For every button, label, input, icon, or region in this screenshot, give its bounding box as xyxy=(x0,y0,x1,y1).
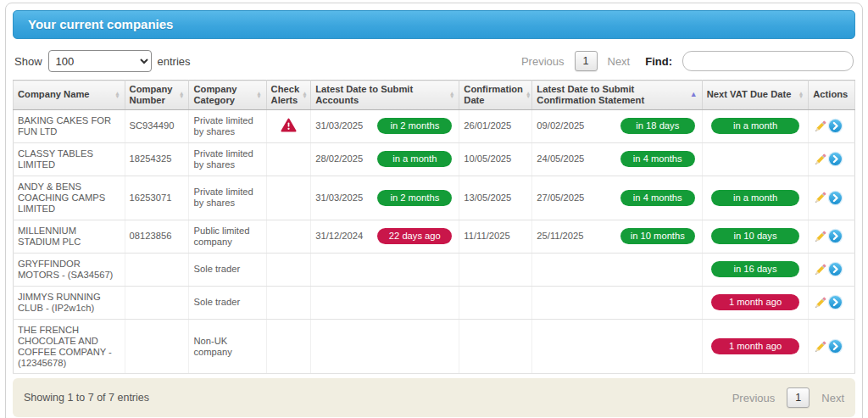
next-vat-due-cell: 1 month ago xyxy=(702,319,809,374)
next-page-link[interactable]: Next xyxy=(821,392,844,404)
confirmation-statement-cell: 09/02/2025in 18 days xyxy=(532,109,702,142)
next-vat-due-cell: in 16 days xyxy=(702,253,809,286)
open-button[interactable] xyxy=(827,190,843,206)
column-header-latest-accounts[interactable]: Latest Date to Submit Accounts▲▼ xyxy=(311,81,459,110)
pencil-icon xyxy=(813,339,828,354)
status-badge: in a month xyxy=(711,118,799,134)
edit-button[interactable] xyxy=(813,229,828,244)
open-button[interactable] xyxy=(827,294,843,310)
company-number-cell: 08123856 xyxy=(125,220,189,253)
column-header-next-vat-due[interactable]: Next VAT Due Date▲▼ xyxy=(702,81,809,110)
column-header-confirmation-date[interactable]: Confirmation Date▲▼ xyxy=(459,81,532,110)
next-page-link[interactable]: Next xyxy=(608,55,631,68)
panel-title: Your current companies xyxy=(28,17,173,31)
status-badge: 1 month ago xyxy=(711,294,799,310)
accounts-due-cell: 28/02/2025in a month xyxy=(311,142,459,176)
company-category-cell: Non-UK company xyxy=(189,319,266,374)
edit-button[interactable] xyxy=(813,119,828,134)
previous-page-link[interactable]: Previous xyxy=(732,392,776,404)
confirmation-date-cell: 13/05/2025 xyxy=(459,176,532,220)
next-vat-due-cell: 1 month ago xyxy=(702,286,809,319)
entries-label: entries xyxy=(158,55,191,68)
open-button[interactable] xyxy=(827,151,843,167)
open-button[interactable] xyxy=(827,118,843,134)
chevron-circle-icon xyxy=(827,228,843,244)
sort-icon: ▲ xyxy=(690,91,698,98)
sort-icon: ▲▼ xyxy=(256,92,261,98)
table-controls: Show 100 entries Previous 1 Next Find: xyxy=(14,50,854,72)
actions-cell xyxy=(809,142,855,176)
edit-button[interactable] xyxy=(813,262,828,277)
company-category-cell: Sole trader xyxy=(189,286,266,319)
check-alerts-cell xyxy=(266,220,311,253)
company-number-cell xyxy=(125,286,189,319)
company-number-cell: 18254325 xyxy=(125,142,189,176)
edit-button[interactable] xyxy=(813,190,828,205)
table-row: JIMMYS RUNNING CLUB - (IP2w1ch)Sole trad… xyxy=(14,286,855,319)
status-badge: in 10 months xyxy=(620,228,695,244)
accounts-due-cell: 31/12/202422 days ago xyxy=(311,220,459,253)
check-alerts-cell xyxy=(266,142,311,176)
edit-button[interactable] xyxy=(813,339,828,354)
chevron-circle-icon xyxy=(827,261,843,277)
top-pagination-and-search: Previous 1 Next Find: xyxy=(521,51,854,71)
sort-icon: ▲▼ xyxy=(302,92,307,98)
sort-icon: ▲▼ xyxy=(449,92,454,98)
current-page-button[interactable]: 1 xyxy=(575,51,598,71)
sort-icon: ▲▼ xyxy=(114,92,120,98)
accounts-date: 28/02/2025 xyxy=(315,153,363,164)
current-page-button[interactable]: 1 xyxy=(787,387,810,408)
sort-icon: ▲▼ xyxy=(798,92,804,98)
companies-table: Company Name▲▼ Company Number▲▼ Company … xyxy=(13,80,855,374)
company-category-cell: Private limited by shares xyxy=(189,176,266,220)
open-button[interactable] xyxy=(827,228,843,244)
status-badge: in 4 months xyxy=(620,151,695,167)
find-input[interactable] xyxy=(682,51,854,71)
next-vat-due-cell: in 10 days xyxy=(702,220,809,253)
column-header-company-name[interactable]: Company Name▲▼ xyxy=(14,81,125,110)
actions-cell xyxy=(809,176,855,220)
column-header-check-alerts[interactable]: Check Alerts▲▼ xyxy=(266,81,311,110)
next-vat-due-cell: in a month xyxy=(702,176,809,220)
actions-cell xyxy=(809,220,855,253)
previous-page-link[interactable]: Previous xyxy=(521,55,565,68)
chevron-circle-icon xyxy=(827,151,843,167)
statement-date: 09/02/2025 xyxy=(537,120,584,131)
column-header-actions: Actions xyxy=(809,81,855,110)
confirmation-date-cell xyxy=(459,253,532,286)
actions-cell xyxy=(809,109,855,142)
column-header-company-category[interactable]: Company Category▲▼ xyxy=(189,81,266,110)
column-header-latest-confirmation-statement[interactable]: Latest Date to Submit Confirmation State… xyxy=(532,81,702,110)
accounts-due-cell: 31/03/2025in 2 months xyxy=(311,176,459,220)
page-size-select[interactable]: 100 xyxy=(48,50,152,72)
company-category-cell: Sole trader xyxy=(189,253,266,286)
edit-button[interactable] xyxy=(813,295,828,310)
status-badge: in 10 days xyxy=(711,228,799,244)
status-badge: 1 month ago xyxy=(711,338,799,354)
status-badge: in 18 days xyxy=(620,118,695,134)
pencil-icon xyxy=(813,262,828,277)
warning-triangle-icon[interactable] xyxy=(281,118,297,132)
chevron-circle-icon xyxy=(827,190,843,206)
actions-cell xyxy=(809,319,855,374)
panel-header: Your current companies xyxy=(13,10,855,39)
company-name-cell: JIMMYS RUNNING CLUB - (IP2w1ch) xyxy=(14,286,125,319)
table-row: CLASSY TABLES LIMITED18254325Private lim… xyxy=(14,142,855,176)
pencil-icon xyxy=(813,152,828,167)
company-name-cell: BAKING CAKES FOR FUN LTD xyxy=(14,109,125,142)
pencil-icon xyxy=(813,229,828,244)
edit-button[interactable] xyxy=(813,152,828,167)
company-number-cell: 16253071 xyxy=(125,176,189,220)
confirmation-statement-cell: 25/11/2025in 10 months xyxy=(532,220,702,253)
actions-cell xyxy=(809,253,855,286)
company-name-cell: THE FRENCH CHOCOLATE AND COFFEE COMPANY … xyxy=(14,319,125,374)
company-number-cell: SC934490 xyxy=(125,109,189,142)
table-footer: Showing 1 to 7 of 7 entries Previous 1 N… xyxy=(13,378,855,417)
confirmation-statement-cell: 27/05/2025in 4 months xyxy=(532,176,702,220)
column-header-company-number[interactable]: Company Number▲▼ xyxy=(125,81,189,110)
check-alerts-cell xyxy=(266,286,311,319)
actions-cell xyxy=(809,286,855,319)
open-button[interactable] xyxy=(827,338,843,354)
company-category-cell: Public limited company xyxy=(189,220,266,253)
open-button[interactable] xyxy=(827,261,843,277)
